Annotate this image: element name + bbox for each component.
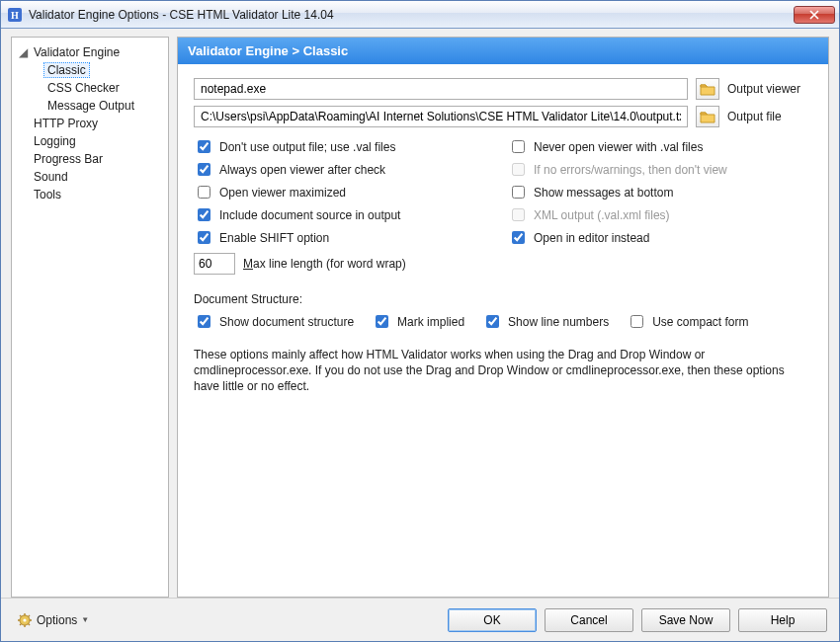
svg-point-3: [23, 618, 26, 621]
settings-pane: Validator Engine > Classic Output viewer…: [177, 37, 829, 598]
tree-item-css-checker[interactable]: ·CSS Checker: [32, 79, 164, 97]
max-line-length-label: Max line length (for word wrap): [243, 257, 406, 271]
nav-tree: ◢Validator Engine ·Classic ·CSS Checker …: [16, 43, 164, 203]
checkbox-label: Use compact form: [652, 313, 748, 331]
checkbox-input[interactable]: [376, 315, 388, 328]
checkbox-input[interactable]: [512, 186, 525, 199]
checkbox-label: Enable SHIFT option: [219, 229, 329, 247]
checkbox-input[interactable]: [512, 140, 525, 153]
doc-structure-heading: Document Structure:: [194, 292, 812, 306]
gear-icon: [17, 612, 33, 628]
checkbox-enable-shift[interactable]: Enable SHIFT option: [194, 228, 498, 247]
checkbox-mark-implied[interactable]: Mark implied: [372, 312, 464, 331]
checkbox-label: Include document source in output: [219, 206, 400, 224]
checkbox-label: Mark implied: [397, 313, 464, 331]
cancel-button[interactable]: Cancel: [545, 608, 633, 632]
output-viewer-input[interactable]: [194, 78, 688, 100]
tree-item-validator-engine[interactable]: ◢Validator Engine ·Classic ·CSS Checker …: [18, 43, 164, 115]
window-title: Validator Engine Options - CSE HTML Vali…: [29, 8, 794, 22]
checkbox-open-in-editor[interactable]: Open in editor instead: [508, 228, 812, 247]
checkbox-label: Open viewer maximized: [219, 184, 346, 201]
output-file-label: Output file: [727, 110, 812, 123]
checkbox-if-no-errors: If no errors/warnings, then don't view: [508, 160, 812, 179]
tree-item-classic[interactable]: ·Classic: [32, 61, 164, 79]
checkbox-always-open-viewer[interactable]: Always open viewer after check: [194, 160, 498, 179]
browse-output-file-button[interactable]: [696, 106, 719, 127]
tree-item-progress-bar[interactable]: ·Progress Bar: [18, 150, 164, 168]
output-viewer-row: Output viewer: [194, 78, 812, 100]
chevron-down-icon: ▼: [81, 615, 89, 624]
checkbox-input: [512, 163, 525, 176]
checkbox-input[interactable]: [198, 231, 210, 244]
svg-line-11: [29, 615, 31, 617]
checkbox-never-open-val[interactable]: Never open viewer with .val files: [508, 137, 812, 156]
checkbox-label: Show line numbers: [508, 313, 609, 331]
output-file-row: Output file: [194, 106, 812, 127]
tree-item-logging[interactable]: ·Logging: [18, 132, 164, 150]
close-button[interactable]: [794, 6, 835, 24]
checkbox-label: Never open viewer with .val files: [534, 138, 703, 156]
tree-item-http-proxy[interactable]: ·HTTP Proxy: [18, 115, 164, 132]
dialog-footer: Options ▼ OK Cancel Save Now Help: [1, 598, 839, 641]
options-menu-button[interactable]: Options ▼: [13, 610, 93, 630]
save-now-button[interactable]: Save Now: [641, 608, 730, 632]
checkbox-input[interactable]: [198, 163, 210, 176]
max-line-length-input[interactable]: [194, 253, 235, 275]
svg-line-9: [29, 623, 31, 625]
output-file-input[interactable]: [194, 106, 688, 127]
checkbox-input[interactable]: [198, 208, 210, 221]
options-menu-label: Options: [37, 613, 77, 627]
checkbox-label: Always open viewer after check: [219, 161, 385, 179]
checkbox-use-compact[interactable]: Use compact form: [627, 312, 748, 331]
tree-pane: ◢Validator Engine ·Classic ·CSS Checker …: [11, 37, 169, 598]
max-line-length-row: Max line length (for word wrap): [194, 253, 812, 275]
checkbox-input[interactable]: [198, 315, 210, 328]
checkbox-label: XML output (.val.xml files): [534, 206, 670, 224]
checkbox-xml-output: XML output (.val.xml files): [508, 205, 812, 224]
help-button[interactable]: Help: [738, 608, 827, 632]
checkbox-show-msgs-bottom[interactable]: Show messages at bottom: [508, 183, 812, 201]
breadcrumb: Validator Engine > Classic: [178, 38, 828, 64]
svg-line-8: [20, 615, 22, 617]
output-viewer-label: Output viewer: [727, 82, 812, 96]
svg-line-10: [20, 623, 22, 625]
checkbox-label: If no errors/warnings, then don't view: [534, 161, 727, 179]
checkbox-include-doc-source[interactable]: Include document source in output: [194, 205, 498, 224]
checkbox-show-line-nums[interactable]: Show line numbers: [482, 312, 609, 331]
options-note: These options mainly affect how HTML Val…: [194, 347, 812, 395]
checkbox-label: Don't use output file; use .val files: [219, 138, 395, 156]
checkbox-label: Show messages at bottom: [534, 184, 673, 201]
ok-button[interactable]: OK: [448, 608, 537, 632]
tree-item-tools[interactable]: ·Tools: [18, 186, 164, 203]
options-grid: Don't use output file; use .val filesNev…: [194, 137, 812, 247]
browse-output-viewer-button[interactable]: [696, 78, 719, 100]
checkbox-input[interactable]: [198, 186, 210, 199]
doc-structure-row: Show document structureMark impliedShow …: [194, 312, 812, 331]
titlebar: H Validator Engine Options - CSE HTML Va…: [1, 1, 839, 29]
checkbox-label: Show document structure: [219, 313, 354, 331]
checkbox-show-doc-struct[interactable]: Show document structure: [194, 312, 354, 331]
dialog-window: H Validator Engine Options - CSE HTML Va…: [0, 0, 840, 642]
tree-item-sound[interactable]: ·Sound: [18, 168, 164, 186]
checkbox-input[interactable]: [486, 315, 499, 328]
checkbox-input: [512, 208, 525, 221]
checkbox-input[interactable]: [198, 140, 210, 153]
settings-content: Output viewer Output file Don't use outp…: [178, 64, 828, 597]
checkbox-input[interactable]: [630, 315, 643, 328]
checkbox-dont-use-output-file[interactable]: Don't use output file; use .val files: [194, 137, 498, 156]
tree-item-message-output[interactable]: ·Message Output: [32, 97, 164, 115]
app-icon: H: [7, 7, 23, 23]
svg-text:H: H: [11, 10, 19, 21]
dialog-body: ◢Validator Engine ·Classic ·CSS Checker …: [1, 29, 839, 598]
checkbox-input[interactable]: [512, 231, 525, 244]
checkbox-open-viewer-max[interactable]: Open viewer maximized: [194, 183, 498, 201]
checkbox-label: Open in editor instead: [534, 229, 649, 247]
chevron-down-icon[interactable]: ◢: [18, 43, 28, 61]
